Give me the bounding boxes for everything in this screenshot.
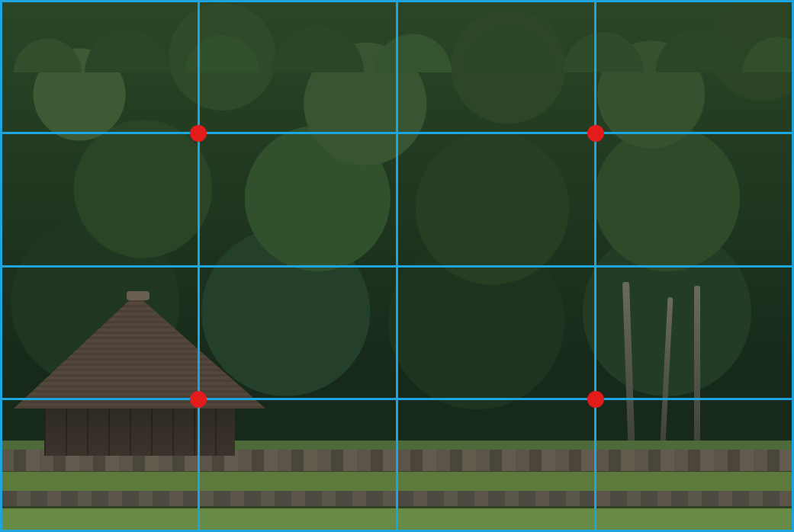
stone-wall-lower [0, 491, 794, 506]
thatched-farmhouse [14, 294, 258, 462]
house-walls [44, 401, 235, 456]
tree-trunks [595, 274, 747, 457]
treeline [0, 0, 794, 72]
thatched-roof [14, 294, 265, 409]
composition-demo-image [0, 0, 794, 532]
roof-ridge [127, 291, 149, 300]
